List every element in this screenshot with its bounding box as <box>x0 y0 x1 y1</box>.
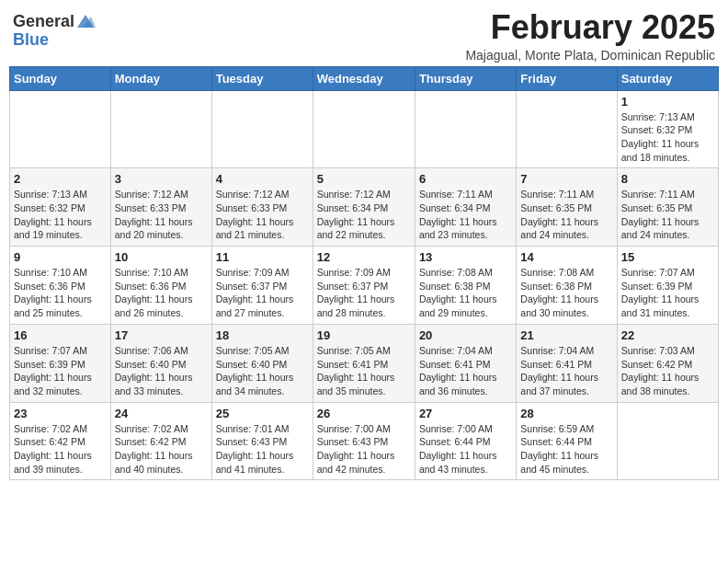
day-number: 2 <box>14 172 107 186</box>
day-number: 6 <box>419 172 512 186</box>
day-number: 15 <box>621 250 714 264</box>
day-info: Sunrise: 7:13 AMSunset: 6:32 PMDaylight:… <box>14 188 107 242</box>
day-number: 28 <box>520 407 612 420</box>
calendar-cell: 18Sunrise: 7:05 AMSunset: 6:40 PMDayligh… <box>211 324 313 402</box>
calendar-cell: 22Sunrise: 7:03 AMSunset: 6:42 PMDayligh… <box>617 324 718 402</box>
day-number: 16 <box>14 328 107 342</box>
calendar-week-row: 9Sunrise: 7:10 AMSunset: 6:36 PMDaylight… <box>10 247 719 325</box>
day-number: 17 <box>115 328 208 342</box>
day-number: 19 <box>317 328 411 342</box>
calendar-header-tuesday: Tuesday <box>211 66 313 90</box>
calendar-cell: 17Sunrise: 7:06 AMSunset: 6:40 PMDayligh… <box>110 324 211 402</box>
calendar-cell: 10Sunrise: 7:10 AMSunset: 6:36 PMDayligh… <box>110 247 211 325</box>
day-number: 23 <box>14 407 107 420</box>
day-info: Sunrise: 7:03 AMSunset: 6:42 PMDaylight:… <box>621 344 714 398</box>
calendar-cell: 2Sunrise: 7:13 AMSunset: 6:32 PMDaylight… <box>10 168 111 247</box>
calendar-table: SundayMondayTuesdayWednesdayThursdayFrid… <box>9 66 719 481</box>
day-info: Sunrise: 7:10 AMSunset: 6:36 PMDaylight:… <box>14 266 107 320</box>
calendar-cell: 14Sunrise: 7:08 AMSunset: 6:38 PMDayligh… <box>517 247 617 325</box>
day-info: Sunrise: 7:05 AMSunset: 6:41 PMDaylight:… <box>317 344 411 398</box>
calendar-cell <box>10 90 111 168</box>
day-number: 25 <box>216 407 309 420</box>
calendar-cell: 15Sunrise: 7:07 AMSunset: 6:39 PMDayligh… <box>617 247 718 325</box>
calendar-cell: 13Sunrise: 7:08 AMSunset: 6:38 PMDayligh… <box>415 247 516 325</box>
day-number: 7 <box>520 172 612 186</box>
calendar-cell: 26Sunrise: 7:00 AMSunset: 6:43 PMDayligh… <box>313 402 415 480</box>
calendar-cell: 12Sunrise: 7:09 AMSunset: 6:37 PMDayligh… <box>313 247 415 325</box>
calendar-header-thursday: Thursday <box>415 66 516 90</box>
calendar-cell: 19Sunrise: 7:05 AMSunset: 6:41 PMDayligh… <box>313 324 415 402</box>
day-info: Sunrise: 6:59 AMSunset: 6:44 PMDaylight:… <box>520 422 612 477</box>
calendar-cell: 16Sunrise: 7:07 AMSunset: 6:39 PMDayligh… <box>10 324 111 402</box>
day-info: Sunrise: 7:04 AMSunset: 6:41 PMDaylight:… <box>520 344 612 398</box>
day-info: Sunrise: 7:00 AMSunset: 6:43 PMDaylight:… <box>317 422 411 477</box>
day-number: 8 <box>621 172 714 186</box>
day-info: Sunrise: 7:05 AMSunset: 6:40 PMDaylight:… <box>216 344 309 398</box>
calendar-header-wednesday: Wednesday <box>313 66 415 90</box>
calendar-header-row: SundayMondayTuesdayWednesdayThursdayFrid… <box>10 66 719 90</box>
calendar-cell: 21Sunrise: 7:04 AMSunset: 6:41 PMDayligh… <box>517 324 617 402</box>
calendar-cell: 24Sunrise: 7:02 AMSunset: 6:42 PMDayligh… <box>110 402 211 480</box>
logo-blue-text: Blue <box>13 31 49 50</box>
calendar-week-row: 16Sunrise: 7:07 AMSunset: 6:39 PMDayligh… <box>10 324 719 402</box>
location-subtitle: Majagual, Monte Plata, Dominican Republi… <box>465 48 715 63</box>
calendar-cell <box>110 90 211 168</box>
day-number: 13 <box>419 250 512 264</box>
calendar-cell <box>211 90 313 168</box>
calendar-cell: 8Sunrise: 7:11 AMSunset: 6:35 PMDaylight… <box>617 168 718 247</box>
month-year-title: February 2025 <box>465 9 715 46</box>
calendar-header-sunday: Sunday <box>10 66 111 90</box>
calendar-week-row: 1Sunrise: 7:13 AMSunset: 6:32 PMDaylight… <box>10 90 719 168</box>
calendar-cell: 3Sunrise: 7:12 AMSunset: 6:33 PMDaylight… <box>110 168 211 247</box>
day-info: Sunrise: 7:12 AMSunset: 6:34 PMDaylight:… <box>317 188 411 242</box>
day-number: 11 <box>216 250 309 264</box>
day-info: Sunrise: 7:07 AMSunset: 6:39 PMDaylight:… <box>14 344 107 398</box>
day-info: Sunrise: 7:12 AMSunset: 6:33 PMDaylight:… <box>216 188 309 242</box>
day-info: Sunrise: 7:11 AMSunset: 6:35 PMDaylight:… <box>520 188 612 242</box>
day-number: 18 <box>216 328 309 342</box>
day-info: Sunrise: 7:07 AMSunset: 6:39 PMDaylight:… <box>621 266 714 320</box>
calendar-cell: 25Sunrise: 7:01 AMSunset: 6:43 PMDayligh… <box>211 402 313 480</box>
day-number: 3 <box>115 172 208 186</box>
calendar-cell: 6Sunrise: 7:11 AMSunset: 6:34 PMDaylight… <box>415 168 516 247</box>
calendar-cell: 4Sunrise: 7:12 AMSunset: 6:33 PMDaylight… <box>211 168 313 247</box>
day-info: Sunrise: 7:09 AMSunset: 6:37 PMDaylight:… <box>317 266 411 320</box>
calendar-cell <box>617 402 718 480</box>
calendar-week-row: 2Sunrise: 7:13 AMSunset: 6:32 PMDaylight… <box>10 168 719 247</box>
logo-icon <box>75 13 96 29</box>
calendar-cell: 7Sunrise: 7:11 AMSunset: 6:35 PMDaylight… <box>517 168 617 247</box>
day-info: Sunrise: 7:13 AMSunset: 6:32 PMDaylight:… <box>621 110 714 165</box>
day-info: Sunrise: 7:09 AMSunset: 6:37 PMDaylight:… <box>216 266 309 320</box>
day-info: Sunrise: 7:01 AMSunset: 6:43 PMDaylight:… <box>216 422 309 477</box>
day-number: 9 <box>14 250 107 264</box>
day-info: Sunrise: 7:02 AMSunset: 6:42 PMDaylight:… <box>14 422 107 477</box>
calendar-cell <box>415 90 516 168</box>
calendar-week-row: 23Sunrise: 7:02 AMSunset: 6:42 PMDayligh… <box>10 402 719 480</box>
calendar-cell: 5Sunrise: 7:12 AMSunset: 6:34 PMDaylight… <box>313 168 415 247</box>
calendar-header-monday: Monday <box>110 66 211 90</box>
day-number: 1 <box>621 95 714 109</box>
logo-general-text: General <box>13 13 74 31</box>
calendar-cell: 23Sunrise: 7:02 AMSunset: 6:42 PMDayligh… <box>10 402 111 480</box>
day-info: Sunrise: 7:08 AMSunset: 6:38 PMDaylight:… <box>520 266 612 320</box>
calendar-cell: 28Sunrise: 6:59 AMSunset: 6:44 PMDayligh… <box>517 402 617 480</box>
calendar-cell <box>313 90 415 168</box>
day-number: 20 <box>419 328 512 342</box>
page-header: General Blue February 2025 Majagual, Mon… <box>9 9 719 63</box>
calendar-cell: 1Sunrise: 7:13 AMSunset: 6:32 PMDaylight… <box>617 90 718 168</box>
calendar-cell <box>517 90 617 168</box>
calendar-header-friday: Friday <box>517 66 617 90</box>
day-number: 24 <box>115 407 208 420</box>
day-info: Sunrise: 7:02 AMSunset: 6:42 PMDaylight:… <box>115 422 208 477</box>
day-info: Sunrise: 7:04 AMSunset: 6:41 PMDaylight:… <box>419 344 512 398</box>
calendar-cell: 27Sunrise: 7:00 AMSunset: 6:44 PMDayligh… <box>415 402 516 480</box>
day-number: 12 <box>317 250 411 264</box>
day-number: 4 <box>216 172 309 186</box>
calendar-cell: 9Sunrise: 7:10 AMSunset: 6:36 PMDaylight… <box>10 247 111 325</box>
logo: General Blue <box>13 9 96 50</box>
day-number: 22 <box>621 328 714 342</box>
day-info: Sunrise: 7:06 AMSunset: 6:40 PMDaylight:… <box>115 344 208 398</box>
day-number: 10 <box>115 250 208 264</box>
calendar-header-saturday: Saturday <box>617 66 718 90</box>
day-number: 21 <box>520 328 612 342</box>
